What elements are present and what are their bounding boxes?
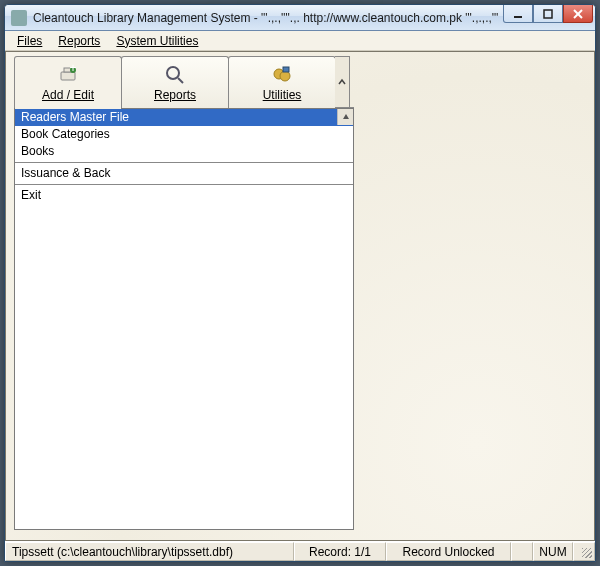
svg-text:+: + (69, 64, 76, 75)
list-item-exit[interactable]: Exit (15, 187, 353, 204)
status-record: Record: 1/1 (294, 542, 386, 561)
chevron-up-icon (338, 78, 346, 86)
menu-listbox: Readers Master File Book Categories Book… (14, 108, 354, 530)
minimize-button[interactable] (503, 5, 533, 23)
list-separator (15, 184, 353, 185)
maximize-button[interactable] (533, 5, 563, 23)
tab-utilities[interactable]: Utilities (228, 56, 336, 108)
svg-rect-12 (283, 67, 289, 72)
tab-add-edit[interactable]: + Add / Edit (14, 56, 122, 108)
tab-reports-label: Reports (154, 88, 196, 102)
status-path: Tipssett (c:\cleantouch\library\tipssett… (5, 542, 294, 561)
menu-files-label: Files (17, 34, 42, 48)
menu-files[interactable]: Files (9, 32, 50, 50)
tab-add-edit-label: Add / Edit (42, 88, 94, 102)
list-separator (15, 162, 353, 163)
menu-bar: Files Reports System Utilities (5, 31, 595, 51)
menu-reports[interactable]: Reports (50, 32, 108, 50)
svg-point-8 (167, 67, 179, 79)
tab-reports[interactable]: Reports (121, 56, 229, 108)
list-item-readers-master-file[interactable]: Readers Master File (15, 109, 353, 126)
scroll-up-button[interactable] (337, 109, 353, 125)
title-bar[interactable]: Cleantouch Library Management System - "… (5, 5, 595, 31)
list-item-issuance-back[interactable]: Issuance & Back (15, 165, 353, 182)
menu-system-utilities-label: System Utilities (116, 34, 198, 48)
menu-reports-label: Reports (58, 34, 100, 48)
resize-grip[interactable] (573, 542, 595, 561)
close-button[interactable] (563, 5, 593, 23)
status-blank-1 (511, 542, 533, 561)
add-edit-icon: + (57, 64, 79, 86)
triangle-up-icon (342, 113, 350, 121)
list-item-book-categories[interactable]: Book Categories (15, 126, 353, 143)
utilities-icon (271, 64, 293, 86)
tab-strip: + Add / Edit Reports Utilities (14, 56, 354, 108)
svg-marker-13 (343, 114, 349, 119)
app-icon (11, 10, 27, 26)
svg-line-9 (178, 78, 183, 83)
status-numlock: NUM (533, 542, 573, 561)
status-lock: Record Unlocked (386, 542, 511, 561)
menu-system-utilities[interactable]: System Utilities (108, 32, 206, 50)
svg-rect-1 (544, 10, 552, 18)
tab-utilities-label: Utilities (263, 88, 302, 102)
status-bar: Tipssett (c:\cleantouch\library\tipssett… (5, 541, 595, 561)
client-area: + Add / Edit Reports Utilities Rea (5, 51, 595, 541)
list-item-books[interactable]: Books (15, 143, 353, 160)
app-window: Cleantouch Library Management System - "… (4, 4, 596, 562)
magnifier-icon (164, 64, 186, 86)
tab-scroll-button[interactable] (335, 56, 350, 108)
